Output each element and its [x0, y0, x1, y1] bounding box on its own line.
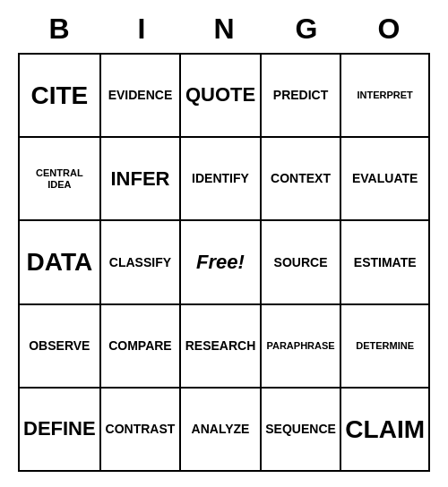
header-letter: B: [18, 9, 100, 49]
cell-r1-c1: INFER: [100, 137, 181, 220]
cell-r2-c0: DATA: [19, 220, 100, 303]
cell-r1-c4: EVALUATE: [340, 137, 429, 220]
cell-r0-c0: CITE: [19, 54, 100, 137]
cell-r1-c0: CENTRAL IDEA: [19, 137, 100, 220]
cell-r4-c2: ANALYZE: [180, 388, 261, 471]
cell-r3-c0: OBSERVE: [19, 304, 100, 388]
cell-r2-c4: ESTIMATE: [340, 220, 429, 303]
cell-r3-c4: DETERMINE: [340, 304, 429, 388]
bingo-header: BINGO: [18, 9, 430, 49]
cell-r0-c1: EVIDENCE: [100, 54, 181, 137]
cell-r0-c3: PREDICT: [261, 54, 341, 137]
cell-r0-c2: QUOTE: [180, 54, 261, 137]
cell-r2-c3: SOURCE: [261, 220, 341, 303]
cell-r4-c0: DEFINE: [19, 388, 100, 471]
header-letter: G: [265, 9, 348, 49]
cell-r1-c3: CONTEXT: [261, 137, 341, 220]
cell-r3-c3: PARAPHRASE: [261, 304, 341, 388]
bingo-grid: CITEEVIDENCEQUOTEPREDICTINTERPRETCENTRAL…: [18, 53, 430, 472]
header-letter: N: [183, 9, 265, 49]
cell-r4-c4: CLAIM: [340, 388, 429, 471]
header-letter: O: [348, 9, 430, 49]
header-letter: I: [100, 9, 183, 49]
cell-r4-c1: CONTRAST: [100, 388, 181, 471]
cell-r2-c2: Free!: [180, 220, 261, 303]
cell-r3-c2: RESEARCH: [180, 304, 261, 388]
cell-r0-c4: INTERPRET: [340, 54, 429, 137]
cell-r2-c1: CLASSIFY: [100, 220, 181, 303]
cell-r4-c3: SEQUENCE: [261, 388, 341, 471]
cell-r1-c2: IDENTIFY: [180, 137, 261, 220]
cell-r3-c1: COMPARE: [100, 304, 181, 388]
